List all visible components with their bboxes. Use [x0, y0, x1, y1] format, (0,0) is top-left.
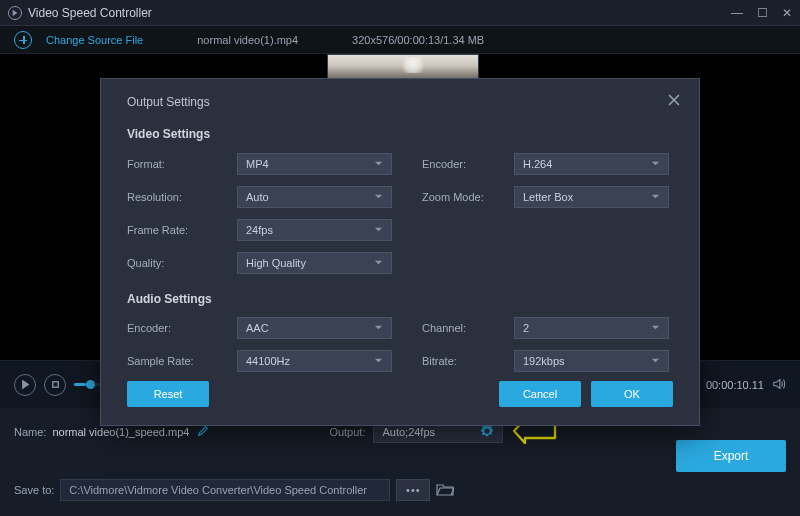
framerate-label: Frame Rate: [127, 224, 237, 236]
chevron-down-icon [651, 158, 660, 170]
window-close-icon[interactable]: ✕ [782, 6, 792, 20]
output-settings-gear-icon[interactable] [480, 424, 494, 440]
source-info: 320x576/00:00:13/1.34 MB [352, 34, 484, 46]
resolution-label: Resolution: [127, 191, 237, 203]
stop-button[interactable] [44, 374, 66, 396]
framerate-select[interactable]: 24fps [237, 219, 392, 241]
zoom-mode-select[interactable]: Letter Box [514, 186, 669, 208]
saveto-browse-button[interactable]: ••• [396, 479, 430, 501]
export-button[interactable]: Export [676, 440, 786, 472]
chevron-down-icon [374, 257, 383, 269]
window-maximize-icon[interactable]: ☐ [757, 6, 768, 20]
channel-select[interactable]: 2 [514, 317, 669, 339]
saveto-label: Save to: [14, 484, 54, 496]
resolution-select[interactable]: Auto [237, 186, 392, 208]
chevron-down-icon [651, 355, 660, 367]
chevron-down-icon [651, 322, 660, 334]
add-source-icon[interactable] [14, 31, 32, 49]
source-row: Change Source File normal video(1).mp4 3… [0, 26, 800, 54]
video-encoder-label: Encoder: [422, 158, 514, 170]
edit-name-icon[interactable] [197, 425, 209, 439]
format-label: Format: [127, 158, 237, 170]
play-button[interactable] [14, 374, 36, 396]
dialog-title: Output Settings [127, 95, 673, 109]
output-format-value: Auto;24fps [382, 426, 435, 438]
zoom-mode-label: Zoom Mode: [422, 191, 514, 203]
video-settings-heading: Video Settings [127, 127, 673, 141]
app-logo-icon [8, 6, 22, 20]
chevron-down-icon [651, 191, 660, 203]
channel-label: Channel: [422, 322, 514, 334]
dialog-close-icon[interactable] [667, 93, 681, 109]
source-filename: normal video(1).mp4 [197, 34, 298, 46]
chevron-down-icon [374, 158, 383, 170]
change-source-link[interactable]: Change Source File [46, 34, 143, 46]
audio-encoder-label: Encoder: [127, 322, 237, 334]
video-encoder-select[interactable]: H.264 [514, 153, 669, 175]
app-title: Video Speed Controller [28, 6, 152, 20]
quality-label: Quality: [127, 257, 237, 269]
chevron-down-icon [374, 322, 383, 334]
bitrate-select[interactable]: 192kbps [514, 350, 669, 372]
reset-button[interactable]: Reset [127, 381, 209, 407]
bitrate-label: Bitrate: [422, 355, 514, 367]
name-label: Name: [14, 426, 46, 438]
samplerate-select[interactable]: 44100Hz [237, 350, 392, 372]
audio-settings-heading: Audio Settings [127, 292, 673, 306]
audio-encoder-select[interactable]: AAC [237, 317, 392, 339]
volume-icon[interactable] [772, 377, 786, 393]
output-name-value: normal video(1)_speed.mp4 [52, 426, 189, 438]
chevron-down-icon [374, 191, 383, 203]
chevron-down-icon [374, 224, 383, 236]
time-display: 00:00:10.11 [706, 379, 764, 391]
export-button-label: Export [714, 449, 749, 463]
open-folder-icon[interactable] [436, 482, 454, 498]
format-select[interactable]: MP4 [237, 153, 392, 175]
svg-rect-0 [52, 382, 57, 387]
samplerate-label: Sample Rate: [127, 355, 237, 367]
title-bar: Video Speed Controller — ☐ ✕ [0, 0, 800, 26]
saveto-path[interactable]: C:\Vidmore\Vidmore Video Converter\Video… [60, 479, 390, 501]
output-settings-dialog: Output Settings Video Settings Format: M… [100, 78, 700, 426]
cancel-button[interactable]: Cancel [499, 381, 581, 407]
output-label: Output: [329, 426, 365, 438]
quality-select[interactable]: High Quality [237, 252, 392, 274]
ok-button[interactable]: OK [591, 381, 673, 407]
chevron-down-icon [374, 355, 383, 367]
window-minimize-icon[interactable]: — [731, 6, 743, 20]
